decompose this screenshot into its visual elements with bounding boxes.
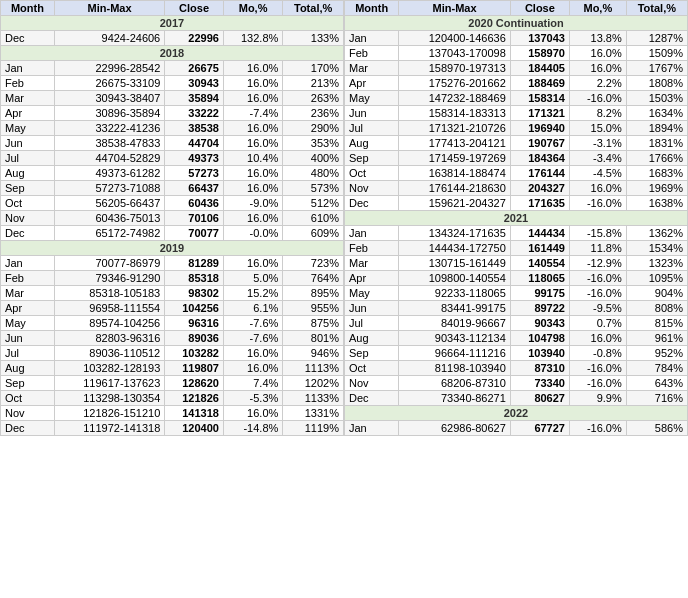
table-row: Jan134324-171635144434-15.8%1362% [345,226,688,241]
minmax-cell: 84019-96667 [399,316,510,331]
mo-cell: 8.2% [569,106,626,121]
total-cell: 875% [283,316,344,331]
close-cell: 141318 [165,406,224,421]
month-cell: Apr [345,76,399,91]
table-row: Apr30896-3589433222-7.4%236% [1,106,344,121]
mo-cell: -3.1% [569,136,626,151]
close-cell: 35894 [165,91,224,106]
mo-cell: -5.3% [223,391,282,406]
month-cell: Jul [345,316,399,331]
total-cell: 904% [626,286,687,301]
total-cell: 1095% [626,271,687,286]
close-cell: 204327 [510,181,569,196]
total-cell: 1766% [626,151,687,166]
total-cell: 480% [283,166,344,181]
minmax-cell: 70077-86979 [54,256,164,271]
minmax-cell: 68206-87310 [399,376,510,391]
close-cell: 81289 [165,256,224,271]
mo-cell: -7.6% [223,316,282,331]
month-cell: Dec [345,196,399,211]
minmax-cell: 137043-170098 [399,46,510,61]
close-cell: 140554 [510,256,569,271]
table-row: Mar158970-19731318440516.0%1767% [345,61,688,76]
table-row: Oct163814-188474176144-4.5%1683% [345,166,688,181]
total-cell: 784% [626,361,687,376]
table-row: Jan22996-285422667516.0%170% [1,61,344,76]
total-cell: 1287% [626,31,687,46]
mo-cell: -9.5% [569,301,626,316]
close-cell: 103282 [165,346,224,361]
close-cell: 22996 [165,31,224,46]
month-cell: Mar [1,91,55,106]
table-row: Jan120400-14663613704313.8%1287% [345,31,688,46]
mo-cell: -16.0% [569,286,626,301]
month-cell: Nov [345,376,399,391]
total-cell: 955% [283,301,344,316]
year-header: 2017 [1,16,344,31]
minmax-cell: 163814-188474 [399,166,510,181]
month-cell: Jan [345,421,399,436]
close-cell: 119807 [165,361,224,376]
minmax-cell: 171321-210726 [399,121,510,136]
month-cell: Jan [1,61,55,76]
total-cell: 1894% [626,121,687,136]
minmax-cell: 81198-103940 [399,361,510,376]
month-cell: Mar [1,286,55,301]
month-cell: Sep [1,376,55,391]
month-cell: Dec [345,391,399,406]
mo-cell: 11.8% [569,241,626,256]
table-row: Sep57273-710886643716.0%573% [1,181,344,196]
minmax-cell: 177413-204121 [399,136,510,151]
close-cell: 104256 [165,301,224,316]
month-cell: Dec [1,226,55,241]
minmax-cell: 62986-80627 [399,421,510,436]
month-cell: Apr [345,271,399,286]
close-cell: 144434 [510,226,569,241]
total-cell: 764% [283,271,344,286]
close-cell: 104798 [510,331,569,346]
table-row: Dec111972-141318120400-14.8%1119% [1,421,344,436]
minmax-cell: 90343-112134 [399,331,510,346]
column-header: Month [345,1,399,16]
close-cell: 70106 [165,211,224,226]
month-cell: May [1,316,55,331]
close-cell: 67727 [510,421,569,436]
total-cell: 353% [283,136,344,151]
total-cell: 1969% [626,181,687,196]
month-cell: Oct [345,361,399,376]
mo-cell: 16.0% [223,61,282,76]
total-cell: 400% [283,151,344,166]
mo-cell: -14.8% [223,421,282,436]
month-cell: Jun [1,136,55,151]
table-row: Jan70077-869798128916.0%723% [1,256,344,271]
month-cell: May [1,121,55,136]
total-cell: 586% [626,421,687,436]
month-cell: Apr [1,106,55,121]
mo-cell: 16.0% [223,121,282,136]
month-cell: Apr [1,301,55,316]
close-cell: 99175 [510,286,569,301]
total-cell: 1113% [283,361,344,376]
mo-cell: 16.0% [223,346,282,361]
close-cell: 188469 [510,76,569,91]
close-cell: 120400 [165,421,224,436]
mo-cell: 6.1% [223,301,282,316]
close-cell: 26675 [165,61,224,76]
close-cell: 33222 [165,106,224,121]
total-cell: 512% [283,196,344,211]
table-row: Sep171459-197269184364-3.4%1766% [345,151,688,166]
table-row: Jun158314-1833131713218.2%1634% [345,106,688,121]
minmax-cell: 144434-172750 [399,241,510,256]
total-cell: 1767% [626,61,687,76]
table-row: Nov60436-750137010616.0%610% [1,211,344,226]
month-cell: Sep [345,346,399,361]
table-row: Apr109800-140554118065-16.0%1095% [345,271,688,286]
month-cell: Oct [345,166,399,181]
mo-cell: 16.0% [223,361,282,376]
total-cell: 133% [283,31,344,46]
minmax-cell: 134324-171635 [399,226,510,241]
minmax-cell: 83441-99175 [399,301,510,316]
close-cell: 158314 [510,91,569,106]
mo-cell: -12.9% [569,256,626,271]
table-row: Sep96664-111216103940-0.8%952% [345,346,688,361]
